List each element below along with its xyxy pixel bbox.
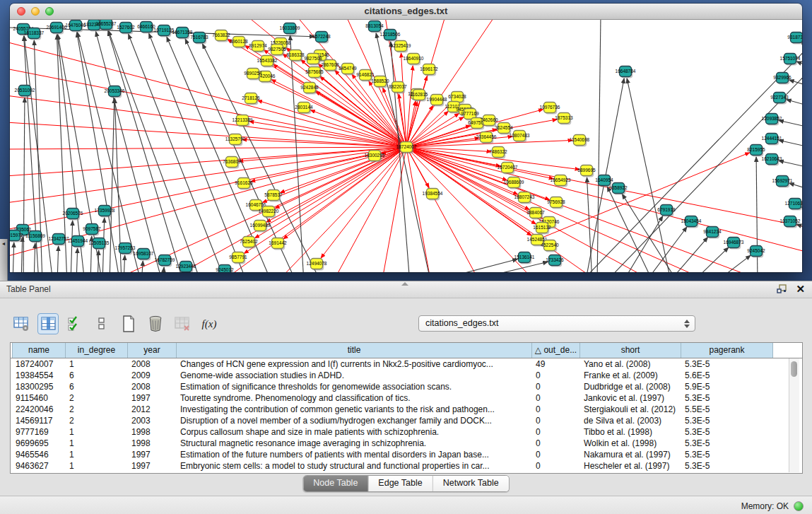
cell-name[interactable]: 22420046	[12, 404, 66, 415]
graph-node[interactable]: 7663822	[212, 30, 230, 42]
column-header-pagerank[interactable]: pagerank	[681, 343, 773, 358]
cell-name[interactable]: 19384554	[12, 370, 66, 381]
cell-name[interactable]: 18724007	[12, 358, 66, 370]
cell-title[interactable]: Disruption of a novel member of a sodium…	[177, 415, 532, 426]
table-selector-dropdown[interactable]: citations_edges.txt	[418, 315, 695, 332]
cell-pagerank[interactable]: 5.6E-5	[681, 370, 773, 381]
graph-node[interactable]: 16476046	[66, 21, 86, 33]
graph-node[interactable]: 9242848	[300, 83, 319, 95]
cell-year[interactable]: 2003	[128, 415, 177, 426]
cell-out_de[interactable]: 0	[532, 392, 580, 404]
graph-node[interactable]: 9329966	[773, 73, 792, 85]
cell-name[interactable]: 14569117	[12, 415, 66, 426]
cell-in_degree[interactable]: 1	[66, 460, 128, 472]
graph-node[interactable]: 2867608	[321, 60, 339, 72]
cell-in_degree[interactable]: 1	[66, 449, 128, 460]
column-header-year[interactable]: year	[128, 343, 177, 358]
graph-node[interactable]: 9857791	[229, 252, 247, 264]
graph-node[interactable]: 9318735	[787, 33, 802, 45]
cell-name[interactable]: 9463627	[12, 460, 66, 472]
graph-node[interactable]: 17957253	[115, 243, 136, 255]
graph-node[interactable]: 20531092	[15, 86, 35, 98]
graph-node[interactable]: 10688609	[504, 177, 524, 189]
cell-title[interactable]: Estimation of significance thresholds fo…	[177, 381, 532, 392]
table-row[interactable]: 1872400712008Changes of HCN gene express…	[11, 358, 802, 370]
table-settings-icon[interactable]	[11, 314, 31, 334]
cell-year[interactable]: 1998	[128, 426, 177, 438]
cell-short[interactable]: Franke et al. (2009)	[580, 370, 681, 381]
cell-pagerank[interactable]: 5.3E-5	[681, 449, 773, 460]
graph-node[interactable]: 5875685	[305, 67, 324, 79]
cell-name[interactable]: 9465546	[12, 449, 66, 460]
cell-pagerank[interactable]: 5.3E-5	[681, 460, 773, 472]
graph-node[interactable]: 12218506	[380, 30, 401, 42]
graph-node[interactable]: 1588520	[371, 76, 389, 88]
cell-out_de[interactable]: 49	[532, 358, 580, 370]
table-row[interactable]: 1938455462009Genome-wide association stu…	[11, 370, 802, 381]
cell-out_de[interactable]: 0	[532, 381, 580, 392]
cell-in_degree[interactable]: 1	[66, 358, 128, 370]
cell-year[interactable]: 1998	[128, 438, 177, 449]
cell-out_de[interactable]: 0	[532, 460, 580, 472]
tab-node-table[interactable]: Node Table	[303, 476, 367, 491]
graph-node[interactable]: 11540698	[570, 135, 590, 147]
network-canvas[interactable]: 1872400718300295193845547663822896012889…	[10, 20, 802, 272]
graph-node[interactable]: 9841234	[703, 227, 722, 239]
table-row[interactable]: 1830029562008Estimation of significance …	[11, 381, 802, 392]
cell-year[interactable]: 1997	[128, 392, 177, 404]
table-row[interactable]: 1456911722003Disruption of a novel membe…	[11, 415, 802, 426]
cell-in_degree[interactable]: 2	[66, 404, 128, 415]
cell-name[interactable]: 18300295	[12, 381, 66, 392]
cell-title[interactable]: Investigating the contribution of common…	[177, 404, 532, 415]
graph-node[interactable]: 12494078	[307, 259, 327, 271]
graph-node[interactable]: 8454749	[339, 64, 357, 76]
graph-node[interactable]: 9884067	[526, 208, 545, 220]
column-header-short[interactable]: short	[580, 343, 681, 358]
graph-node[interactable]: 8912974	[249, 41, 267, 53]
graph-node[interactable]: 1875313	[555, 113, 573, 125]
table-row[interactable]: 977716911998Corpus callosum shape and si…	[11, 426, 802, 438]
cell-out_de[interactable]: 0	[532, 449, 580, 460]
cell-pagerank[interactable]: 5.3E-5	[681, 392, 773, 404]
column-header-out_de[interactable]: △ out_de...	[532, 343, 580, 358]
cell-short[interactable]: Yano et al. (2008)	[580, 358, 681, 370]
close-panel-icon[interactable]: ✕	[796, 284, 805, 295]
cell-short[interactable]: de Silva et al. (2003)	[580, 415, 681, 426]
graph-node[interactable]: 9245012	[216, 265, 234, 273]
cell-short[interactable]: Wolkin et al. (1998)	[580, 438, 681, 449]
graph-node[interactable]: 8215955	[747, 145, 765, 157]
control-panel-collapsed-strip[interactable]: ◂	[0, 239, 8, 281]
cell-pagerank[interactable]: 5.3E-5	[681, 358, 773, 370]
float-panel-icon[interactable]	[777, 284, 787, 294]
cell-title[interactable]: Embryonic stem cells: a model to study s…	[177, 460, 532, 472]
column-header-title[interactable]: title	[177, 343, 532, 358]
table-row[interactable]: 911546021997Tourette syndrome. Phenomeno…	[11, 392, 802, 404]
tab-edge-table[interactable]: Edge Table	[367, 476, 432, 491]
graph-node[interactable]: 8822037	[389, 82, 407, 94]
delete-column-icon[interactable]	[146, 314, 165, 334]
graph-node[interactable]: 1527602	[117, 23, 135, 35]
cell-year[interactable]: 1997	[128, 460, 177, 472]
table-row[interactable]: 946362711997Embryonic stem cells: a mode…	[11, 460, 802, 472]
graph-node[interactable]: 7636809	[223, 157, 241, 169]
graph-node[interactable]: 1733426	[546, 255, 564, 267]
cell-title[interactable]: Changes of HCN gene expression and I(f) …	[177, 358, 532, 370]
cell-year[interactable]: 2012	[128, 404, 177, 415]
cell-title[interactable]: Tourette syndrome. Phenomenology and cla…	[177, 392, 532, 404]
cell-short[interactable]: Dudbridge et al. (2008)	[580, 381, 681, 392]
cell-short[interactable]: Nakamura et al. (1997)	[580, 449, 681, 460]
graph-node[interactable]: 8960128	[230, 37, 248, 49]
cell-in_degree[interactable]: 1	[66, 438, 128, 449]
tab-network-table[interactable]: Network Table	[433, 476, 509, 491]
cell-in_degree[interactable]: 6	[66, 381, 128, 392]
graph-node[interactable]: 10719135	[154, 25, 175, 37]
cell-out_de[interactable]: 0	[532, 426, 580, 438]
scrollbar-thumb[interactable]	[791, 361, 797, 377]
column-header-in_degree[interactable]: in_degree	[66, 343, 128, 358]
cell-short[interactable]: Hescheler et al. (1997)	[580, 460, 681, 472]
cell-name[interactable]: 9777169	[12, 426, 66, 438]
cell-out_de[interactable]: 0	[532, 438, 580, 449]
cell-year[interactable]: 2009	[128, 370, 177, 381]
graph-node[interactable]: 19384554	[423, 189, 443, 201]
graph-node[interactable]: 12444151	[762, 134, 782, 146]
